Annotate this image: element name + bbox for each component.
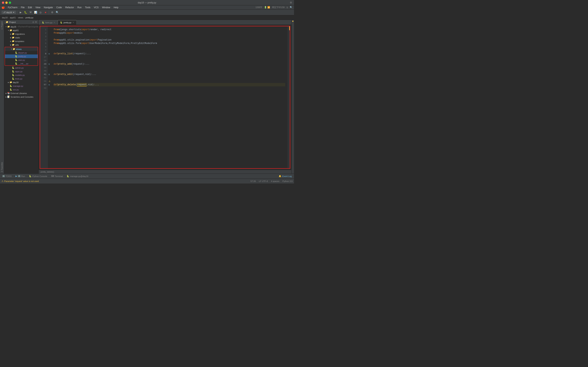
panel-settings-icon[interactable]: ⚙ <box>35 21 37 23</box>
function-hint-text: pretty_delete() <box>41 171 54 173</box>
menu-code[interactable]: Code <box>55 6 63 9</box>
profile-button[interactable]: 📊 <box>34 10 38 15</box>
module-form-path: app01.utils.form <box>59 42 81 45</box>
warning-text: Parameter 'request' value is not used <box>4 180 39 182</box>
todo-button[interactable]: 6 TODO <box>1 175 12 178</box>
tab-pretty-py[interactable]: 🐍 pretty.py ✕ <box>58 20 77 25</box>
func-gutter-8[interactable]: ⎘ <box>48 52 51 55</box>
manage-button[interactable]: 🐍 manage.py@day16 <box>66 175 89 178</box>
tree-label-app01: app01 <box>13 29 19 32</box>
tree-item-external-libs[interactable]: ▶ 📚 External Libraries <box>4 91 38 95</box>
tree-item-manage-py[interactable]: ▶ 🐍 manage.py <box>4 84 38 88</box>
tab-form-py[interactable]: 🐍 form.py ✕ <box>39 20 58 25</box>
line-num-4: 4 <box>40 38 48 42</box>
tree-item-xxx-py[interactable]: ▶ 🐍 xxx.py <box>4 88 38 91</box>
breadcrumb-app01[interactable]: app01 <box>10 17 16 19</box>
paren-open-8: ( <box>73 52 74 55</box>
run-button[interactable]: ▶ <box>18 10 23 15</box>
tree-item-models-py[interactable]: ▶ 🐍 models.py <box>4 73 38 77</box>
tree-item-static[interactable]: ▶ 📁 static <box>4 36 38 39</box>
breadcrumb-pretty-py[interactable]: pretty.py <box>26 17 33 19</box>
maximize-button[interactable] <box>9 1 11 4</box>
search-everywhere-button[interactable]: 🔍 <box>55 10 59 15</box>
tab-close-form[interactable]: ✕ <box>54 21 55 24</box>
debug-button[interactable]: 🐛 <box>24 10 28 15</box>
tree-label-templates: templates <box>15 40 24 42</box>
menu-view[interactable]: View <box>34 6 42 9</box>
apple-menu[interactable]: 🍎 <box>1 6 5 9</box>
tree-item-app01[interactable]: ▼ 📁 app01 <box>4 28 38 32</box>
coverage-button[interactable]: ◎ <box>38 10 43 15</box>
tree-item-pretty-py[interactable]: ▶ 🐍 pretty.py <box>5 54 38 58</box>
tree-item-depart-py[interactable]: ▶ 🐍 depart.py <box>5 51 38 54</box>
kw-from-1: from <box>54 28 59 31</box>
func-gutter-41[interactable]: ⎘ <box>48 73 51 76</box>
tree-item-templates[interactable]: ▶ 📁 templates <box>4 39 38 43</box>
close-button[interactable] <box>2 1 4 4</box>
menu-tools[interactable]: Tools <box>83 6 92 9</box>
tree-item-admin-py[interactable]: ▶ 🐍 admin.py <box>4 66 38 70</box>
editor-container[interactable]: 1 2 3 4 5 6 7 8 27 28 29 39 40 41 55 56 <box>39 25 291 170</box>
tree-item-scratches[interactable]: ▶ 📝 Scratches and Consoles <box>4 95 38 99</box>
run-bottom-button[interactable]: ▶ 4 Run <box>15 175 26 178</box>
search-icon-top[interactable]: 🔍 <box>290 6 293 8</box>
warning-triangle-icon: ⚠ <box>1 180 3 182</box>
tree-item-migrations[interactable]: ▶ 📁 migrations <box>4 32 38 36</box>
tree-label-init-py: __init__.py <box>18 63 28 65</box>
code-line-55 <box>54 76 285 80</box>
menu-run[interactable]: Run <box>76 6 83 9</box>
func-pretty-delete: pretty_delete <box>58 83 76 86</box>
branch-selector[interactable]: ⎇ day16 ▼ <box>1 11 16 14</box>
tree-item-day16[interactable]: ▼ 📁 day16 ~/PycharmProjects/gx/day16 <box>4 25 38 28</box>
event-log-button[interactable]: 🔔 Event Log <box>278 175 293 178</box>
menu-window[interactable]: Window <box>101 6 112 9</box>
func-gutter-57[interactable]: ⎘ <box>48 83 51 86</box>
tab-bar: 🐍 form.py ✕ 🐍 pretty.py ✕ <box>39 20 291 25</box>
tree-arrow-migrations: ▶ <box>9 33 12 35</box>
tree-item-user-py[interactable]: ▶ 🐍 user.py <box>5 58 38 62</box>
code-line-2: from app01 import models <box>54 31 285 35</box>
code-line-57: def pretty_delete ( request , nid ): ... <box>54 83 285 86</box>
code-area[interactable]: from django.shortcuts import render, red… <box>51 26 287 168</box>
terminal-button[interactable]: ⌨ Terminal <box>50 175 64 178</box>
menu-file[interactable]: File <box>19 6 26 9</box>
build-button[interactable]: ⚒ <box>28 10 33 15</box>
menu-help[interactable]: Help <box>112 6 120 9</box>
python-console-button[interactable]: 🐍 Python Console <box>28 175 48 178</box>
minimize-button[interactable] <box>5 1 8 4</box>
traffic-lights[interactable] <box>2 1 11 4</box>
func-gutter-29[interactable]: ⎘ <box>48 62 51 66</box>
menu-navigate[interactable]: Navigate <box>42 6 54 9</box>
code-line-41: def pretty_edit ( request , nid ): ... <box>54 73 285 76</box>
module-app01: app01 <box>59 31 66 35</box>
panel-locate-icon[interactable]: ◎ <box>32 21 34 23</box>
tree-item-init-py[interactable]: ▶ 🐍 __init__.py <box>5 62 38 65</box>
breadcrumb-views[interactable]: views <box>18 17 23 19</box>
code-line-1: from django.shortcuts import render, red… <box>54 28 285 31</box>
py-icon-depart: 🐍 <box>15 51 17 54</box>
tree-label-external-libs: External Libraries <box>10 92 27 94</box>
code-line-4: from app01.utils.pagination import Pagin… <box>54 38 285 42</box>
settings-button[interactable]: ⚙ <box>50 10 54 15</box>
tree-item-day16-sub[interactable]: ▶ 📁 day16 <box>4 81 38 84</box>
menu-pycharm[interactable]: PyCharm <box>6 6 19 9</box>
tree-arrow-day16: ▼ <box>5 26 7 28</box>
menu-refactor[interactable]: Refactor <box>64 6 75 9</box>
breadcrumb-day16[interactable]: day16 <box>2 17 8 19</box>
tab-close-pretty[interactable]: ✕ <box>73 21 74 24</box>
stop-button[interactable]: ■ <box>43 10 48 15</box>
code-line-5: from app01.utils.form import UserModelFo… <box>54 42 285 45</box>
menu-edit[interactable]: Edit <box>26 6 34 9</box>
line-num-56: 56 <box>40 80 48 83</box>
panel-header-icons: ◎ ⚙ <box>32 21 37 23</box>
menu-vcs[interactable]: VCS <box>92 6 100 9</box>
tree-item-apps-py[interactable]: ▶ 🐍 apps.py <box>4 70 38 73</box>
code-line-7 <box>54 49 285 52</box>
tree-label-pretty-py: pretty.py <box>18 55 26 58</box>
tree-item-utils[interactable]: ▶ 📁 utils <box>4 43 38 47</box>
tree-item-tests-py[interactable]: ▶ 🐍 tests.py <box>4 77 38 81</box>
folder-icon-utils: 📁 <box>12 44 15 46</box>
tree-item-views[interactable]: ▼ 📁 views <box>5 47 38 51</box>
editor-red-border: 1 2 3 4 5 6 7 8 27 28 29 39 40 41 55 56 <box>40 26 290 169</box>
title-bar-right: ⚙ <box>290 1 292 4</box>
